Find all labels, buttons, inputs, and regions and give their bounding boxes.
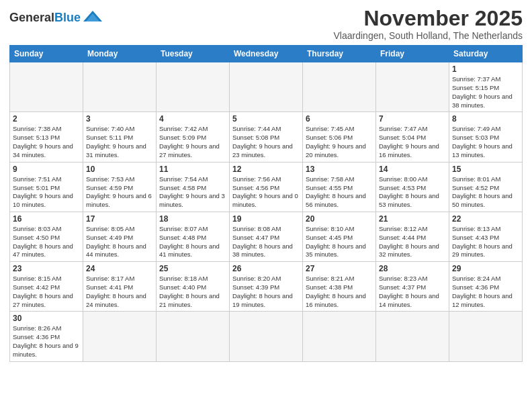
day-number: 28 bbox=[379, 264, 446, 273]
logo-blue-text: Blue bbox=[54, 11, 81, 25]
day-number: 18 bbox=[159, 214, 226, 224]
calendar-week-0: 1Sunrise: 7:37 AM Sunset: 5:15 PM Daylig… bbox=[10, 62, 523, 112]
day-info: Sunrise: 8:20 AM Sunset: 4:39 PM Dayligh… bbox=[232, 275, 300, 309]
day-info: Sunrise: 8:18 AM Sunset: 4:40 PM Dayligh… bbox=[159, 275, 226, 309]
calendar: Sunday Monday Tuesday Wednesday Thursday… bbox=[9, 45, 523, 362]
day-info: Sunrise: 8:05 AM Sunset: 4:49 PM Dayligh… bbox=[86, 225, 153, 259]
header: General Blue November 2025 Vlaardingen, … bbox=[9, 7, 523, 41]
calendar-cell: 28Sunrise: 8:23 AM Sunset: 4:37 PM Dayli… bbox=[376, 262, 449, 312]
day-number: 10 bbox=[86, 165, 153, 174]
calendar-cell: 3Sunrise: 7:40 AM Sunset: 5:11 PM Daylig… bbox=[83, 112, 157, 162]
calendar-cell: 25Sunrise: 8:18 AM Sunset: 4:40 PM Dayli… bbox=[157, 262, 230, 312]
month-title: November 2025 bbox=[334, 7, 523, 30]
col-sunday: Sunday bbox=[10, 46, 83, 62]
day-number: 11 bbox=[159, 165, 226, 174]
day-number: 15 bbox=[452, 165, 519, 174]
day-info: Sunrise: 8:21 AM Sunset: 4:38 PM Dayligh… bbox=[306, 275, 373, 309]
day-info: Sunrise: 8:24 AM Sunset: 4:36 PM Dayligh… bbox=[452, 275, 519, 309]
day-number: 27 bbox=[306, 264, 373, 273]
calendar-cell: 2Sunrise: 7:38 AM Sunset: 5:13 PM Daylig… bbox=[10, 112, 83, 162]
header-row: Sunday Monday Tuesday Wednesday Thursday… bbox=[10, 46, 523, 62]
day-info: Sunrise: 8:15 AM Sunset: 4:42 PM Dayligh… bbox=[13, 275, 80, 309]
logo-icon bbox=[82, 9, 103, 26]
day-info: Sunrise: 8:00 AM Sunset: 4:53 PM Dayligh… bbox=[379, 175, 446, 210]
day-number: 26 bbox=[232, 264, 300, 273]
day-info: Sunrise: 7:40 AM Sunset: 5:11 PM Dayligh… bbox=[86, 125, 153, 159]
calendar-cell bbox=[303, 62, 376, 112]
calendar-cell: 9Sunrise: 7:51 AM Sunset: 5:01 PM Daylig… bbox=[10, 162, 83, 212]
day-number: 21 bbox=[379, 214, 446, 224]
calendar-week-1: 2Sunrise: 7:38 AM Sunset: 5:13 PM Daylig… bbox=[10, 112, 523, 162]
calendar-cell: 29Sunrise: 8:24 AM Sunset: 4:36 PM Dayli… bbox=[449, 262, 523, 312]
day-info: Sunrise: 7:54 AM Sunset: 4:58 PM Dayligh… bbox=[159, 175, 226, 210]
calendar-cell: 18Sunrise: 8:07 AM Sunset: 4:48 PM Dayli… bbox=[157, 212, 230, 261]
col-monday: Monday bbox=[83, 46, 157, 62]
day-info: Sunrise: 8:10 AM Sunset: 4:45 PM Dayligh… bbox=[306, 225, 373, 259]
calendar-cell: 21Sunrise: 8:12 AM Sunset: 4:44 PM Dayli… bbox=[376, 212, 449, 261]
calendar-cell bbox=[376, 312, 449, 361]
calendar-cell: 13Sunrise: 7:58 AM Sunset: 4:55 PM Dayli… bbox=[303, 162, 376, 212]
calendar-cell: 11Sunrise: 7:54 AM Sunset: 4:58 PM Dayli… bbox=[157, 162, 230, 212]
day-info: Sunrise: 8:01 AM Sunset: 4:52 PM Dayligh… bbox=[452, 175, 519, 210]
day-number: 24 bbox=[86, 264, 153, 273]
page: General Blue November 2025 Vlaardingen, … bbox=[0, 0, 532, 411]
subtitle: Vlaardingen, South Holland, The Netherla… bbox=[334, 30, 523, 41]
day-number: 7 bbox=[379, 114, 446, 124]
day-number: 1 bbox=[452, 64, 519, 74]
day-number: 9 bbox=[13, 165, 80, 174]
calendar-cell: 10Sunrise: 7:53 AM Sunset: 4:59 PM Dayli… bbox=[83, 162, 157, 212]
day-info: Sunrise: 7:53 AM Sunset: 4:59 PM Dayligh… bbox=[86, 175, 153, 210]
calendar-cell bbox=[157, 312, 230, 361]
col-friday: Friday bbox=[376, 46, 449, 62]
day-info: Sunrise: 7:51 AM Sunset: 5:01 PM Dayligh… bbox=[13, 175, 80, 210]
col-wednesday: Wednesday bbox=[230, 46, 303, 62]
day-number: 13 bbox=[306, 165, 373, 174]
calendar-cell bbox=[83, 312, 157, 361]
calendar-body: 1Sunrise: 7:37 AM Sunset: 5:15 PM Daylig… bbox=[10, 62, 523, 362]
day-info: Sunrise: 8:03 AM Sunset: 4:50 PM Dayligh… bbox=[13, 225, 80, 259]
calendar-cell bbox=[230, 312, 303, 361]
day-number: 14 bbox=[379, 165, 446, 174]
day-info: Sunrise: 8:26 AM Sunset: 4:36 PM Dayligh… bbox=[13, 324, 80, 359]
day-number: 12 bbox=[232, 165, 300, 174]
logo-area: General Blue bbox=[9, 7, 103, 26]
col-saturday: Saturday bbox=[449, 46, 523, 62]
calendar-cell bbox=[157, 62, 230, 112]
calendar-cell: 30Sunrise: 8:26 AM Sunset: 4:36 PM Dayli… bbox=[10, 312, 83, 361]
calendar-cell bbox=[230, 62, 303, 112]
calendar-cell: 19Sunrise: 8:08 AM Sunset: 4:47 PM Dayli… bbox=[230, 212, 303, 261]
calendar-cell: 4Sunrise: 7:42 AM Sunset: 5:09 PM Daylig… bbox=[157, 112, 230, 162]
day-info: Sunrise: 7:58 AM Sunset: 4:55 PM Dayligh… bbox=[306, 175, 373, 210]
day-number: 30 bbox=[13, 314, 80, 323]
calendar-cell: 22Sunrise: 8:13 AM Sunset: 4:43 PM Dayli… bbox=[449, 212, 523, 261]
calendar-cell bbox=[376, 62, 449, 112]
day-number: 3 bbox=[86, 114, 153, 124]
calendar-cell: 24Sunrise: 8:17 AM Sunset: 4:41 PM Dayli… bbox=[83, 262, 157, 312]
day-info: Sunrise: 7:44 AM Sunset: 5:08 PM Dayligh… bbox=[232, 125, 300, 159]
calendar-cell: 6Sunrise: 7:45 AM Sunset: 5:06 PM Daylig… bbox=[303, 112, 376, 162]
day-number: 23 bbox=[13, 264, 80, 273]
day-info: Sunrise: 7:38 AM Sunset: 5:13 PM Dayligh… bbox=[13, 125, 80, 159]
day-number: 5 bbox=[232, 114, 300, 124]
day-number: 2 bbox=[13, 114, 80, 124]
calendar-header: Sunday Monday Tuesday Wednesday Thursday… bbox=[10, 46, 523, 62]
day-info: Sunrise: 8:08 AM Sunset: 4:47 PM Dayligh… bbox=[232, 225, 300, 259]
calendar-cell: 27Sunrise: 8:21 AM Sunset: 4:38 PM Dayli… bbox=[303, 262, 376, 312]
day-number: 6 bbox=[306, 114, 373, 124]
day-info: Sunrise: 8:07 AM Sunset: 4:48 PM Dayligh… bbox=[159, 225, 226, 259]
calendar-cell: 23Sunrise: 8:15 AM Sunset: 4:42 PM Dayli… bbox=[10, 262, 83, 312]
calendar-week-5: 30Sunrise: 8:26 AM Sunset: 4:36 PM Dayli… bbox=[10, 312, 523, 361]
day-info: Sunrise: 8:17 AM Sunset: 4:41 PM Dayligh… bbox=[86, 275, 153, 309]
calendar-cell bbox=[449, 312, 523, 361]
day-number: 20 bbox=[306, 214, 373, 224]
day-info: Sunrise: 7:42 AM Sunset: 5:09 PM Dayligh… bbox=[159, 125, 226, 159]
day-number: 25 bbox=[159, 264, 226, 273]
day-info: Sunrise: 7:56 AM Sunset: 4:56 PM Dayligh… bbox=[232, 175, 300, 210]
calendar-cell: 7Sunrise: 7:47 AM Sunset: 5:04 PM Daylig… bbox=[376, 112, 449, 162]
calendar-cell bbox=[303, 312, 376, 361]
day-info: Sunrise: 8:23 AM Sunset: 4:37 PM Dayligh… bbox=[379, 275, 446, 309]
day-info: Sunrise: 8:12 AM Sunset: 4:44 PM Dayligh… bbox=[379, 225, 446, 259]
calendar-cell: 12Sunrise: 7:56 AM Sunset: 4:56 PM Dayli… bbox=[230, 162, 303, 212]
calendar-cell: 5Sunrise: 7:44 AM Sunset: 5:08 PM Daylig… bbox=[230, 112, 303, 162]
calendar-cell bbox=[83, 62, 157, 112]
